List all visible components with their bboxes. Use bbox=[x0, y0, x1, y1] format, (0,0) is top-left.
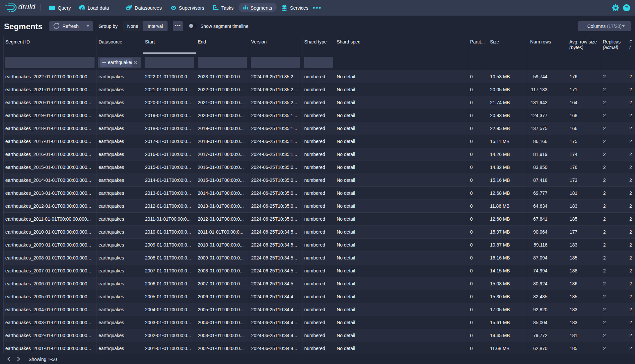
svg-text:?: ? bbox=[625, 5, 628, 10]
